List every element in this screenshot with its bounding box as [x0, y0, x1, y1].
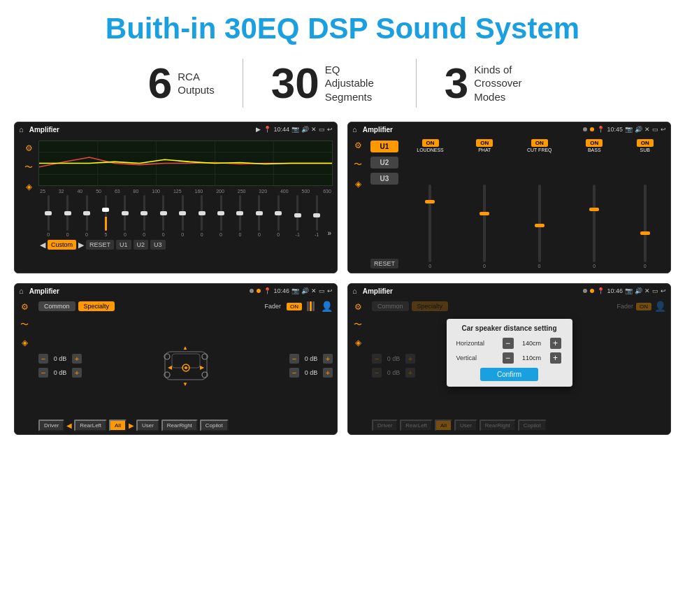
prev-arrow[interactable]: ◀	[40, 241, 45, 250]
confirm-button[interactable]: Confirm	[480, 368, 538, 381]
on-sub[interactable]: ON	[637, 139, 654, 147]
app-name-fader: Amplifier	[29, 287, 247, 295]
minus-2[interactable]: −	[38, 368, 48, 378]
status-dot-1	[583, 127, 587, 131]
eq-slider-3[interactable]: 0	[78, 195, 95, 237]
back-icon-3[interactable]: ↩	[327, 287, 333, 294]
amp-screen: ⚙ 〜 ◈ U1 U2 U3 RESET ON	[348, 136, 670, 273]
horizontal-plus[interactable]: +	[550, 338, 561, 349]
eq-slider-10[interactable]: 0	[212, 195, 229, 237]
eq-slider-15[interactable]: -1	[308, 195, 325, 237]
u3-btn[interactable]: U3	[370, 173, 398, 185]
tune-icon[interactable]: ⚙	[25, 143, 33, 153]
tune-icon-3[interactable]: ⚙	[21, 302, 29, 312]
status-bar-dialog: Amplifier 📍 10:46 📷 🔊 ✕ ▭ ↩	[348, 284, 670, 298]
wave-icon-2[interactable]: 〜	[354, 159, 362, 171]
back-icon[interactable]: ↩	[327, 126, 333, 133]
tune-icon-2[interactable]: ⚙	[354, 141, 362, 150]
reset-btn-cx[interactable]: RESET	[370, 259, 398, 268]
wave-icon-3[interactable]: 〜	[20, 319, 29, 331]
minus-1[interactable]: −	[38, 354, 48, 364]
fader-screen: ⚙ 〜 ◈ Common Specialty Fader ON	[15, 298, 337, 434]
plus-3[interactable]: +	[323, 354, 333, 364]
plus-4[interactable]: +	[323, 368, 333, 378]
on-loudness[interactable]: ON	[422, 139, 439, 147]
user-btn[interactable]: User	[136, 420, 159, 431]
tab-common[interactable]: Common	[38, 301, 75, 311]
horizontal-minus[interactable]: −	[503, 338, 514, 349]
speaker-icon-3[interactable]: ◈	[22, 338, 28, 348]
on-cutfreq[interactable]: ON	[531, 139, 548, 147]
back-icon-4[interactable]: ↩	[661, 287, 666, 294]
speaker-icon-2[interactable]: ◈	[355, 179, 361, 189]
copilot-btn[interactable]: Copilot	[200, 420, 229, 431]
rearright-btn[interactable]: RearRight	[161, 420, 198, 431]
stat-label-crossover: Kinds of Crossover Modes	[474, 63, 537, 104]
eq-slider-9[interactable]: 0	[193, 195, 210, 237]
tune-icon-4[interactable]: ⚙	[354, 302, 362, 312]
eq-slider-4[interactable]: 5	[97, 195, 114, 237]
loc-icon: 📍	[264, 126, 271, 133]
vslider-bass[interactable]: 0	[583, 185, 605, 268]
eq-screen: ⚙ 〜 ◈	[15, 136, 337, 273]
on-phat[interactable]: ON	[476, 139, 493, 147]
tab-specialty[interactable]: Specialty	[78, 301, 115, 311]
svg-text:◀: ◀	[168, 364, 173, 371]
vslider-phat[interactable]: 0	[473, 185, 496, 268]
eq-graph	[38, 141, 333, 186]
stat-number-6: 6	[148, 62, 172, 105]
home-icon-4[interactable]	[352, 287, 357, 295]
eq-slider-1[interactable]: 0	[40, 195, 57, 237]
eq-slider-12[interactable]: 0	[251, 195, 268, 237]
eq-slider-5[interactable]: 0	[117, 195, 134, 237]
u2-button[interactable]: U2	[134, 240, 149, 250]
vertical-label: Vertical	[456, 354, 498, 361]
status-bar-fader: Amplifier 📍 10:46 📷 🔊 ✕ ▭ ↩	[15, 284, 337, 298]
minus-4[interactable]: −	[289, 368, 299, 378]
more-icon[interactable]: »	[327, 229, 331, 237]
rearleft-btn[interactable]: RearLeft	[74, 420, 107, 431]
eq-slider-8[interactable]: 0	[174, 195, 191, 237]
u1-button[interactable]: U1	[116, 240, 131, 250]
back-icon-2[interactable]: ↩	[661, 126, 666, 133]
eq-slider-11[interactable]: 0	[231, 195, 248, 237]
plus-1[interactable]: +	[72, 354, 82, 364]
on-bass[interactable]: ON	[586, 139, 603, 147]
eq-slider-13[interactable]: 0	[270, 195, 287, 237]
wave-icon-4[interactable]: 〜	[354, 319, 362, 331]
vslider-sub[interactable]: 0	[635, 185, 655, 268]
eq-slider-14[interactable]: -1	[289, 195, 305, 237]
speaker-icon[interactable]: ◈	[26, 182, 32, 192]
all-btn[interactable]: All	[109, 420, 127, 431]
rect-icon-4: ▭	[652, 287, 658, 294]
vslider-loudness[interactable]: 0	[417, 185, 443, 268]
wave-icon[interactable]: 〜	[24, 162, 33, 173]
vertical-minus[interactable]: −	[503, 352, 514, 364]
status-bar-eq: Amplifier ▶ 📍 10:44 📷 🔊 ✕ ▭ ↩	[15, 122, 337, 136]
fader-on-btn[interactable]: ON	[287, 303, 302, 310]
custom-button[interactable]: Custom	[48, 240, 76, 250]
eq-main: 25 32 40 50 63 80 100 125 160 200 250 32…	[38, 141, 333, 268]
ch-sub: ON SUB	[635, 139, 655, 152]
vertical-plus[interactable]: +	[550, 352, 561, 364]
home-icon[interactable]	[19, 125, 24, 134]
eq-slider-6[interactable]: 0	[136, 195, 152, 237]
home-icon-3[interactable]	[19, 287, 24, 295]
plus-2[interactable]: +	[72, 368, 82, 378]
u3-button[interactable]: U3	[150, 240, 166, 250]
reset-button[interactable]: RESET	[86, 240, 114, 250]
eq-slider-2[interactable]: 0	[59, 195, 75, 237]
stat-label-eq: EQ Adjustable Segments	[325, 63, 388, 104]
home-icon-2[interactable]	[352, 125, 357, 134]
minus-3[interactable]: −	[289, 354, 299, 364]
eq-slider-7[interactable]: 0	[155, 195, 172, 237]
driver-btn[interactable]: Driver	[38, 420, 64, 431]
svg-point-14	[185, 366, 187, 369]
speaker-icon-4[interactable]: ◈	[355, 338, 361, 348]
right-arrow-btn[interactable]: ▶	[129, 422, 134, 429]
vslider-cutfreq[interactable]: 0	[526, 185, 554, 268]
left-arrow-btn[interactable]: ◀	[66, 422, 72, 429]
u1-btn[interactable]: U1	[370, 141, 398, 152]
next-arrow[interactable]: ▶	[78, 241, 84, 250]
u2-btn[interactable]: U2	[370, 157, 398, 169]
